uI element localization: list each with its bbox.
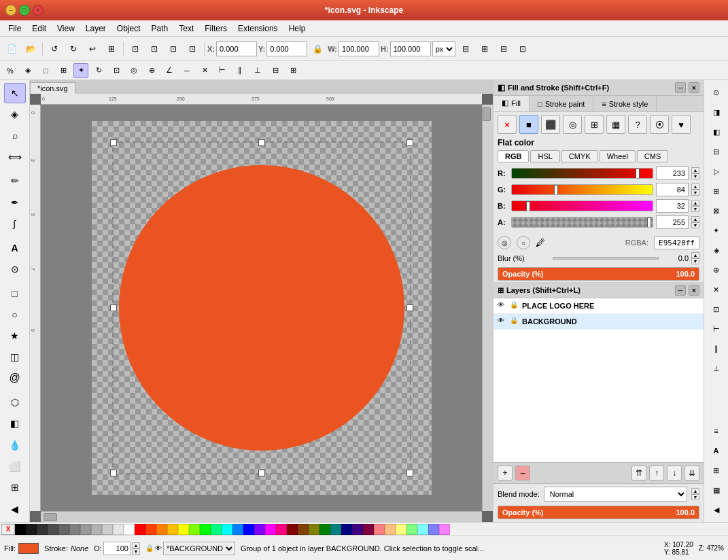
snap-r12[interactable]: ⊡ xyxy=(707,300,726,319)
b-spin-down[interactable]: ▼ xyxy=(691,206,699,212)
snap-angle[interactable]: ∠ xyxy=(162,63,177,78)
panel-minimize[interactable]: ─ xyxy=(675,82,686,93)
menu-help[interactable]: Help xyxy=(283,22,311,35)
swatch-orange[interactable] xyxy=(156,524,167,535)
canvas-tab-icon[interactable]: *icon.svg xyxy=(30,82,75,94)
swatch-lime[interactable] xyxy=(189,524,200,535)
snap-r15[interactable]: ⊥ xyxy=(707,359,726,378)
undo-button[interactable]: ↺ xyxy=(46,40,63,58)
swatch-olive[interactable] xyxy=(309,524,319,535)
fill-marker-btn[interactable]: ⦿ xyxy=(650,115,669,134)
menu-view[interactable]: View xyxy=(52,22,80,35)
rgba-value[interactable]: E95420ff xyxy=(654,237,699,249)
a-thumb[interactable] xyxy=(647,217,651,228)
unit-select[interactable]: px xyxy=(432,41,455,56)
swatch-light2[interactable] xyxy=(113,524,124,535)
color-model-cms[interactable]: CMS xyxy=(637,150,668,162)
redo-button[interactable]: ↻ xyxy=(65,40,82,58)
swatch-yellow2[interactable] xyxy=(178,524,189,535)
handle-ml[interactable] xyxy=(110,304,117,311)
swatch-lcyan[interactable] xyxy=(417,524,428,535)
snap-r8[interactable]: ✦ xyxy=(707,221,726,240)
color-circle-btn[interactable]: ○ xyxy=(517,236,530,249)
r-slider[interactable] xyxy=(511,168,653,179)
tool-select[interactable]: ↖ xyxy=(4,83,26,103)
snap-r4[interactable]: ⊟ xyxy=(707,142,726,161)
fill-heart-btn[interactable]: ♥ xyxy=(672,115,691,134)
snap-r11[interactable]: ✕ xyxy=(707,280,726,299)
align-top-button[interactable]: ⊡ xyxy=(184,40,201,58)
tool-node[interactable]: ◈ xyxy=(4,104,26,124)
tab-fill[interactable]: ◧ Fill xyxy=(493,96,530,111)
align-button[interactable]: ⊞ xyxy=(103,40,120,58)
b-input[interactable] xyxy=(656,199,689,213)
menu-extensions[interactable]: Extensions xyxy=(232,22,283,35)
maximize-button[interactable]: □ xyxy=(19,5,30,16)
layer-add-btn[interactable]: + xyxy=(498,466,513,480)
layer-row-0[interactable]: 👁 🔒 PLACE LOGO HERE xyxy=(493,298,704,314)
opacity-input[interactable] xyxy=(103,542,131,555)
r-thumb[interactable] xyxy=(636,169,640,179)
tab-stroke-style[interactable]: ≡ Stroke style xyxy=(593,96,657,111)
fill-swatch-btn[interactable]: ▦ xyxy=(606,115,625,134)
snap-r19[interactable]: ▦ xyxy=(707,480,726,500)
swatch-yellow1[interactable] xyxy=(167,524,178,535)
snap-r2[interactable]: ◨ xyxy=(707,103,726,122)
color-wheel-btn[interactable]: ◎ xyxy=(498,236,511,249)
revert-button[interactable]: ↩ xyxy=(84,40,101,58)
w-input[interactable] xyxy=(339,41,379,56)
handle-tm[interactable] xyxy=(258,139,265,146)
snap-r3[interactable]: ◧ xyxy=(707,122,726,141)
snap-r20[interactable]: ◀ xyxy=(707,500,726,519)
canvas-work[interactable] xyxy=(41,105,482,511)
swatch-gray3[interactable] xyxy=(80,524,91,535)
snap-r16[interactable]: ≡ xyxy=(707,421,726,440)
handle-bm[interactable] xyxy=(258,470,265,476)
panel-close[interactable]: × xyxy=(689,82,699,93)
handle-tl[interactable] xyxy=(110,139,117,146)
fill-radial-btn[interactable]: ◎ xyxy=(563,115,582,134)
layer-move-top-btn[interactable]: ⇈ xyxy=(631,466,646,480)
swatch-lblue[interactable] xyxy=(428,524,439,535)
swatch-black[interactable] xyxy=(15,524,26,535)
tool-calligraphy[interactable]: ∫ xyxy=(4,213,26,234)
tool-3dbox[interactable]: ◫ xyxy=(4,347,26,367)
layer-row-1[interactable]: 👁 🔒 BACKGROUND xyxy=(493,314,704,330)
layer-move-up-btn[interactable]: ↑ xyxy=(649,466,664,480)
swatch-gray2[interactable] xyxy=(69,524,80,535)
handle-mr[interactable] xyxy=(406,304,413,311)
swatch-darkpink[interactable] xyxy=(363,524,374,535)
snap-center[interactable]: ⊕ xyxy=(144,63,159,78)
layer-eye-1[interactable]: 👁 xyxy=(498,317,507,326)
fill-pattern-btn[interactable]: ⊞ xyxy=(585,115,604,134)
opacity-spin-down[interactable]: ▼ xyxy=(132,548,140,555)
blur-spin-down[interactable]: ▼ xyxy=(691,258,699,264)
new-button[interactable]: 📄 xyxy=(3,40,20,58)
snap-guide[interactable]: ⊟ xyxy=(268,63,283,78)
snap-r10[interactable]: ⊕ xyxy=(707,260,726,279)
swatch-lmagenta[interactable] xyxy=(439,524,450,535)
menu-file[interactable]: File xyxy=(3,22,27,35)
snap-r18[interactable]: ⊞ xyxy=(707,461,726,480)
swatch-gray4[interactable] xyxy=(91,524,102,535)
swatch-blue2[interactable] xyxy=(243,524,254,535)
snap-r1[interactable]: ⊙ xyxy=(707,83,726,102)
swatch-brown[interactable] xyxy=(298,524,309,535)
scrollbar-vertical[interactable] xyxy=(482,105,493,511)
tool-pen[interactable]: ✒ xyxy=(4,192,26,213)
tool-zoom2[interactable]: ⌕ xyxy=(4,125,26,145)
opacity-bar[interactable]: Opacity (%) 100.0 xyxy=(498,267,699,281)
swatch-light1[interactable] xyxy=(102,524,113,535)
swatch-blue1[interactable] xyxy=(232,524,243,535)
y-input[interactable] xyxy=(266,41,307,56)
b-thumb[interactable] xyxy=(526,201,530,211)
swatch-gray1[interactable] xyxy=(58,524,69,535)
snap-mid[interactable]: ◎ xyxy=(126,63,141,78)
snap-r17[interactable]: A xyxy=(707,441,726,460)
lock-icon[interactable]: 🔒 xyxy=(145,544,154,552)
vscroll-thumb[interactable] xyxy=(483,107,491,121)
blend-spin-up[interactable]: ▲ xyxy=(691,488,699,494)
snap-page[interactable]: ⊞ xyxy=(476,40,493,58)
swatch-darkred[interactable] xyxy=(287,524,298,535)
a-spin-down[interactable]: ▼ xyxy=(691,222,699,228)
